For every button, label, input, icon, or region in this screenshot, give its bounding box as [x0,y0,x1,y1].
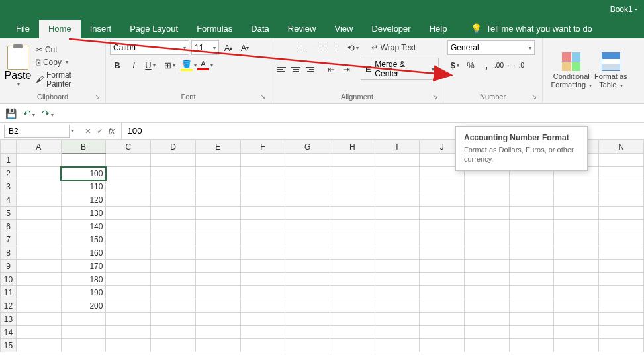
cell-D2[interactable] [151,167,196,180]
cell-H15[interactable] [330,339,375,352]
cell-G13[interactable] [285,313,330,326]
cell-I15[interactable] [375,339,420,352]
row-header-13[interactable]: 13 [1,313,17,326]
cell-E12[interactable] [195,299,240,313]
cell-E10[interactable] [195,273,240,286]
cell-E11[interactable] [195,286,240,299]
cell-A2[interactable] [16,167,61,180]
cell-K11[interactable] [465,286,510,299]
cell-A4[interactable] [16,193,61,207]
cell-K12[interactable] [465,299,510,313]
cell-A5[interactable] [16,207,61,220]
cell-F10[interactable] [240,273,285,286]
col-header-B[interactable]: B [61,140,106,154]
align-right-button[interactable] [304,62,316,76]
cell-N9[interactable] [599,260,644,273]
cell-F5[interactable] [240,207,285,220]
cell-H2[interactable] [330,167,375,180]
save-button[interactable]: 💾 [5,108,17,119]
cell-I11[interactable] [375,286,420,299]
cell-C9[interactable] [106,260,151,273]
tab-insert[interactable]: Insert [81,20,121,38]
cell-A15[interactable] [16,339,61,352]
cell-E2[interactable] [195,167,240,180]
cell-K6[interactable] [465,220,510,233]
cell-H11[interactable] [330,286,375,299]
cell-A10[interactable] [16,273,61,286]
font-dialog-launcher[interactable]: ↘ [260,93,269,102]
cell-M15[interactable] [554,339,599,352]
cell-E5[interactable] [195,207,240,220]
cell-J5[interactable] [420,207,465,220]
cell-C1[interactable] [106,154,151,167]
cell-B5[interactable]: 130 [61,207,106,220]
cell-G15[interactable] [285,339,330,352]
cell-E8[interactable] [195,246,240,260]
cell-H5[interactable] [330,207,375,220]
cell-N3[interactable] [599,180,644,193]
cell-C13[interactable] [106,313,151,326]
cell-A3[interactable] [16,180,61,193]
increase-font-button[interactable]: A▴ [221,40,236,55]
cell-K10[interactable] [465,273,510,286]
cell-H10[interactable] [330,273,375,286]
enter-icon[interactable]: ✓ [97,127,103,136]
cell-N13[interactable] [599,313,644,326]
cell-M13[interactable] [554,313,599,326]
cell-F12[interactable] [240,299,285,313]
cell-I10[interactable] [375,273,420,286]
cell-F1[interactable] [240,154,285,167]
tab-view[interactable]: View [325,20,362,38]
cell-M7[interactable] [554,233,599,246]
cell-N14[interactable] [599,326,644,339]
cell-K7[interactable] [465,233,510,246]
row-header-8[interactable]: 8 [1,246,17,260]
cell-F14[interactable] [240,326,285,339]
row-header-2[interactable]: 2 [1,167,17,180]
format-painter-button[interactable]: 🖌Format Painter [33,69,101,90]
cell-J14[interactable] [420,326,465,339]
cell-A9[interactable] [16,260,61,273]
col-header-G[interactable]: G [285,140,330,154]
col-header-H[interactable]: H [330,140,375,154]
cell-L5[interactable] [509,207,554,220]
cell-F9[interactable] [240,260,285,273]
cell-J9[interactable] [420,260,465,273]
cell-H8[interactable] [330,246,375,260]
cell-N4[interactable] [599,193,644,207]
cell-G9[interactable] [285,260,330,273]
clipboard-dialog-launcher[interactable]: ↘ [95,93,104,102]
cell-N15[interactable] [599,339,644,352]
cell-L12[interactable] [509,299,554,313]
col-header-N[interactable]: N [599,140,644,154]
cell-D4[interactable] [151,193,196,207]
cell-D14[interactable] [151,326,196,339]
align-bottom-button[interactable] [325,41,338,54]
fx-icon[interactable]: fx [109,127,115,136]
cell-G12[interactable] [285,299,330,313]
tab-data[interactable]: Data [242,20,278,38]
col-header-D[interactable]: D [151,140,196,154]
cell-E4[interactable] [195,193,240,207]
col-header-A[interactable]: A [16,140,61,154]
cell-N7[interactable] [599,233,644,246]
cell-I1[interactable] [375,154,420,167]
name-box[interactable]: B2 [4,125,70,138]
cell-H9[interactable] [330,260,375,273]
col-header-F[interactable]: F [240,140,285,154]
cell-A7[interactable] [16,233,61,246]
cell-L9[interactable] [509,260,554,273]
align-left-button[interactable] [275,62,288,76]
cell-M12[interactable] [554,299,599,313]
cell-M9[interactable] [554,260,599,273]
cell-A14[interactable] [16,326,61,339]
cell-N11[interactable] [599,286,644,299]
cell-F3[interactable] [240,180,285,193]
cell-B13[interactable] [61,313,106,326]
cell-B2[interactable]: 100 [61,167,106,180]
cell-I4[interactable] [375,193,420,207]
cell-M11[interactable] [554,286,599,299]
cell-E1[interactable] [195,154,240,167]
font-color-button[interactable]: A▾ [198,58,212,72]
tab-help[interactable]: Help [420,20,457,38]
